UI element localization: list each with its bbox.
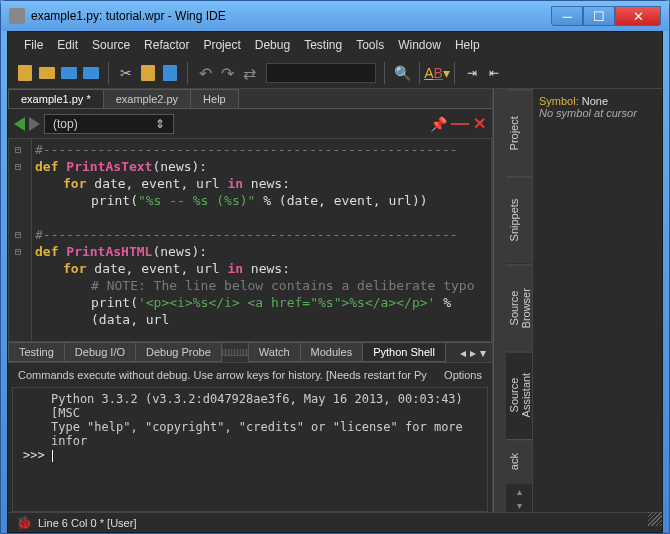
close-button[interactable]: ✕ bbox=[615, 6, 661, 26]
open-yellow-icon[interactable] bbox=[38, 64, 56, 82]
bug-icon[interactable]: 🐞 bbox=[16, 515, 32, 530]
scope-selector[interactable]: (top)⇕ bbox=[44, 114, 174, 134]
divider bbox=[454, 62, 455, 84]
source-assistant-panel: Symbol: None No symbol at cursor bbox=[532, 89, 662, 512]
status-text: Line 6 Col 0 * [User] bbox=[38, 517, 136, 529]
divider bbox=[384, 62, 385, 84]
tab-scroll-right-icon[interactable]: ▸ bbox=[470, 346, 476, 360]
side-tab-source-assistant[interactable]: Source Assistant bbox=[506, 351, 532, 438]
menubar: File Edit Source Refactor Project Debug … bbox=[8, 32, 662, 58]
editor-tabs: example1.py * example2.py Help bbox=[8, 89, 492, 109]
side-scroll-up-icon[interactable]: ▴ bbox=[506, 484, 532, 498]
side-tab-ack[interactable]: ack bbox=[506, 439, 532, 484]
menu-edit[interactable]: Edit bbox=[51, 36, 84, 54]
menu-file[interactable]: File bbox=[18, 36, 49, 54]
nav-forward-icon[interactable] bbox=[29, 117, 40, 131]
open-blue2-icon[interactable] bbox=[82, 64, 100, 82]
code-editor[interactable]: ⊟#--------------------------------------… bbox=[8, 138, 492, 342]
open-blue-icon[interactable] bbox=[60, 64, 78, 82]
cut-icon[interactable]: ✂ bbox=[117, 64, 135, 82]
window-title: example1.py: tutorial.wpr - Wing IDE bbox=[31, 9, 551, 23]
code-text: (news): bbox=[152, 159, 207, 174]
menu-help[interactable]: Help bbox=[449, 36, 486, 54]
tab-testing[interactable]: Testing bbox=[8, 343, 65, 362]
editor-nav-bar: (top)⇕ 📌 — ✕ bbox=[8, 109, 492, 138]
code-kw: def bbox=[35, 244, 58, 259]
shell-options-link[interactable]: Options bbox=[444, 369, 482, 381]
code-kw: def bbox=[35, 159, 58, 174]
menu-source[interactable]: Source bbox=[86, 36, 136, 54]
close-tab-icon[interactable]: ✕ bbox=[473, 114, 486, 133]
code-fn: PrintAsHTML bbox=[66, 244, 152, 259]
tab-menu-icon[interactable]: ▾ bbox=[480, 346, 486, 360]
resize-grip-icon[interactable] bbox=[648, 512, 662, 526]
menu-tools[interactable]: Tools bbox=[350, 36, 390, 54]
menu-refactor[interactable]: Refactor bbox=[138, 36, 195, 54]
tab-modules[interactable]: Modules bbox=[300, 343, 364, 362]
code-text: news: bbox=[251, 261, 290, 276]
syntax-check-icon[interactable]: AB▾ bbox=[428, 64, 446, 82]
tab-debug-io[interactable]: Debug I/O bbox=[64, 343, 136, 362]
tab-scroll-left-icon[interactable]: ◂ bbox=[460, 346, 466, 360]
shell-line: Python 3.3.2 (v3.3.2:d047928ae3f6, May 1… bbox=[23, 392, 477, 420]
menu-window[interactable]: Window bbox=[392, 36, 447, 54]
minimize-button[interactable]: ─ bbox=[551, 6, 583, 26]
shell-line: Type "help", "copyright", "credits" or "… bbox=[23, 420, 477, 448]
side-tab-snippets[interactable]: Snippets bbox=[506, 176, 532, 263]
menu-debug[interactable]: Debug bbox=[249, 36, 296, 54]
tab-watch[interactable]: Watch bbox=[248, 343, 301, 362]
indent-left-icon[interactable]: ⇤ bbox=[485, 64, 503, 82]
cursor-icon bbox=[52, 450, 53, 462]
symbol-subtitle: No symbol at cursor bbox=[539, 107, 656, 119]
code-text: date, event, url bbox=[94, 176, 219, 191]
tab-debug-probe[interactable]: Debug Probe bbox=[135, 343, 222, 362]
code-kw: for bbox=[63, 176, 86, 191]
copy-icon[interactable] bbox=[139, 64, 157, 82]
symbol-value: None bbox=[582, 95, 608, 107]
nav-back-icon[interactable] bbox=[14, 117, 25, 131]
code-fn: print bbox=[91, 193, 130, 208]
search-input[interactable] bbox=[266, 63, 376, 83]
fold-marker-icon[interactable]: ⊟ bbox=[15, 158, 21, 175]
code-comment: # NOTE: The line below contains a delibe… bbox=[91, 278, 475, 293]
redo-icon[interactable]: ↷ bbox=[218, 64, 236, 82]
indent-right-icon[interactable]: ⇥ bbox=[463, 64, 481, 82]
diff-icon[interactable]: ⇄ bbox=[240, 64, 258, 82]
fold-marker-icon[interactable]: ⊟ bbox=[15, 226, 21, 243]
shell-output[interactable]: Python 3.3.2 (v3.3.2:d047928ae3f6, May 1… bbox=[12, 387, 488, 512]
remove-icon[interactable]: — bbox=[451, 113, 469, 134]
fold-marker-icon[interactable]: ⊟ bbox=[15, 243, 21, 260]
side-tab-project[interactable]: Project bbox=[506, 89, 532, 176]
code-text: date, event, url bbox=[94, 261, 219, 276]
code-kw: in bbox=[227, 261, 243, 276]
undo-icon[interactable]: ↶ bbox=[196, 64, 214, 82]
divider bbox=[419, 62, 420, 84]
code-line: #---------------------------------------… bbox=[35, 227, 458, 242]
tab-python-shell[interactable]: Python Shell bbox=[362, 343, 446, 362]
divider bbox=[108, 62, 109, 84]
fold-marker-icon[interactable]: ⊟ bbox=[15, 141, 21, 158]
app-icon bbox=[9, 8, 25, 24]
tab-example1[interactable]: example1.py * bbox=[8, 89, 104, 108]
code-str: '<p><i>%s</i> <a href="%s">%s</a></p>' bbox=[138, 295, 435, 310]
menu-project[interactable]: Project bbox=[197, 36, 246, 54]
tab-example2[interactable]: example2.py bbox=[103, 89, 191, 108]
paste-icon[interactable] bbox=[161, 64, 179, 82]
statusbar: 🐞 Line 6 Col 0 * [User] bbox=[8, 512, 662, 532]
code-text: (news): bbox=[152, 244, 207, 259]
pin-icon[interactable]: 📌 bbox=[430, 116, 447, 132]
titlebar[interactable]: example1.py: tutorial.wpr - Wing IDE ─ ☐… bbox=[1, 1, 669, 31]
new-file-icon[interactable] bbox=[16, 64, 34, 82]
scrollbar[interactable] bbox=[493, 89, 506, 512]
tab-grip[interactable] bbox=[221, 349, 249, 356]
chevron-updown-icon: ⇕ bbox=[155, 117, 165, 131]
code-fn: PrintAsText bbox=[66, 159, 152, 174]
maximize-button[interactable]: ☐ bbox=[583, 6, 615, 26]
menu-testing[interactable]: Testing bbox=[298, 36, 348, 54]
code-kw: for bbox=[63, 261, 86, 276]
tab-help[interactable]: Help bbox=[190, 89, 239, 108]
side-scroll-down-icon[interactable]: ▾ bbox=[506, 498, 532, 512]
search-icon[interactable]: 🔍 bbox=[393, 64, 411, 82]
side-tab-source-browser[interactable]: Source Browser bbox=[506, 264, 532, 351]
scope-label: (top) bbox=[53, 117, 78, 131]
